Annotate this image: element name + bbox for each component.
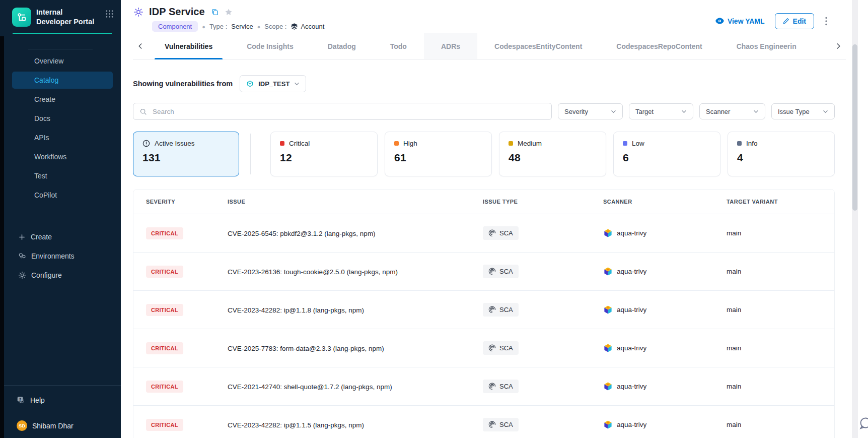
sidebar-item-apis[interactable]: APIs bbox=[12, 129, 113, 146]
cards-divider bbox=[250, 134, 251, 174]
tab-chaos-engineerin[interactable]: Chaos Engineerin bbox=[719, 33, 814, 59]
user-name: Shibam Dhar bbox=[32, 422, 74, 430]
issue-text: CVE-2023-26136: tough-cookie@2.5.0 (lang… bbox=[228, 268, 398, 276]
tab-adrs[interactable]: ADRs bbox=[424, 33, 477, 59]
module-grid-icon[interactable] bbox=[105, 10, 114, 20]
kebab-menu-icon[interactable] bbox=[824, 16, 828, 27]
issue-type-cell: SCA bbox=[483, 380, 603, 393]
page-scrollbar[interactable] bbox=[852, 0, 858, 438]
sidebar-divider bbox=[28, 49, 93, 49]
svg-text:?: ? bbox=[19, 397, 21, 402]
filter-severity[interactable]: Severity bbox=[558, 103, 623, 119]
stat-card-high[interactable]: High61 bbox=[385, 132, 492, 176]
sidebar-header: Internal Developer Portal bbox=[0, 0, 121, 27]
sidebar-item-catalog[interactable]: Catalog bbox=[12, 72, 113, 89]
scanner-name: aqua-trivy bbox=[617, 268, 646, 275]
eye-icon bbox=[715, 18, 724, 24]
tab-code-insights[interactable]: Code Insights bbox=[230, 33, 311, 59]
search-input[interactable] bbox=[152, 107, 545, 116]
table-row[interactable]: CRITICALCVE-2023-42282: ip@1.1.5 (lang-p… bbox=[133, 406, 834, 438]
user-menu[interactable]: SD Shibam Dhar bbox=[17, 420, 121, 431]
stat-card-medium[interactable]: Medium48 bbox=[499, 132, 606, 176]
stat-head: Active Issues bbox=[142, 140, 230, 147]
filter-scanner[interactable]: Scanner bbox=[699, 103, 765, 119]
vulnerabilities-table: SEVERITY ISSUE ISSUE TYPE SCANNER TARGET… bbox=[133, 189, 835, 438]
meta-separator: ● bbox=[202, 24, 205, 30]
issue-text: CVE-2021-42740: shell-quote@1.7.2 (lang-… bbox=[228, 383, 392, 391]
stat-cards-row: Active Issues 131 Critical12High61Medium… bbox=[133, 132, 835, 176]
tab-vulnerabilities[interactable]: Vulnerabilities bbox=[148, 33, 230, 59]
aqua-trivy-icon bbox=[603, 343, 613, 353]
stat-label: Low bbox=[632, 140, 644, 147]
issue-type-chip: SCA bbox=[483, 265, 519, 278]
copy-icon[interactable] bbox=[211, 9, 219, 16]
scope-label: Scope : bbox=[264, 23, 286, 30]
sidebar-divider bbox=[12, 219, 112, 219]
sidebar-action-create[interactable]: Create bbox=[0, 229, 121, 244]
stat-card-low[interactable]: Low6 bbox=[613, 132, 720, 176]
edit-button[interactable]: Edit bbox=[775, 13, 814, 29]
stat-label: Critical bbox=[289, 140, 310, 147]
tab-datadog[interactable]: Datadog bbox=[311, 33, 373, 59]
table-row[interactable]: CRITICALCVE-2023-26136: tough-cookie@2.5… bbox=[133, 253, 834, 291]
sidebar-item-overview[interactable]: Overview bbox=[12, 52, 113, 70]
severity-cell: CRITICAL bbox=[146, 419, 228, 431]
target-variant: main bbox=[727, 421, 834, 428]
severity-badge: CRITICAL bbox=[146, 342, 183, 354]
scanner-cell: aqua-trivy bbox=[603, 382, 727, 391]
sidebar-action-label: Create bbox=[31, 233, 52, 241]
table-row[interactable]: CRITICALCVE-2023-42282: ip@1.1.8 (lang-p… bbox=[133, 291, 834, 329]
star-icon[interactable] bbox=[225, 8, 233, 16]
stat-card-critical[interactable]: Critical12 bbox=[270, 132, 378, 176]
layers-icon bbox=[291, 23, 298, 30]
showing-label: Showing vulnerabilities from bbox=[133, 80, 233, 88]
issue-type-chip: SCA bbox=[483, 418, 519, 431]
portal-title: Internal Developer Portal bbox=[36, 8, 96, 27]
sidebar-action-configure[interactable]: Configure bbox=[0, 268, 121, 283]
severity-badge: CRITICAL bbox=[146, 304, 183, 316]
page-title: IDP Service bbox=[149, 6, 205, 18]
sidebar-action-environments[interactable]: Environments bbox=[0, 248, 121, 264]
issue-cell: CVE-2023-26136: tough-cookie@2.5.0 (lang… bbox=[228, 267, 483, 276]
cube-icon bbox=[246, 80, 254, 88]
col-header-scanner: SCANNER bbox=[603, 199, 727, 205]
collapsed-rail bbox=[0, 36, 4, 438]
medium-dot-icon bbox=[509, 141, 513, 146]
sca-swirl-icon bbox=[488, 344, 496, 352]
filter-issue-type[interactable]: Issue Type bbox=[771, 103, 835, 119]
sidebar-item-test[interactable]: Test bbox=[12, 167, 113, 184]
issue-cell: CVE-2023-42282: ip@1.1.5 (lang-pkgs, npm… bbox=[228, 420, 483, 429]
issue-type-chip: SCA bbox=[483, 341, 519, 355]
target-variant: main bbox=[727, 344, 834, 352]
sidebar-item-create[interactable]: Create bbox=[12, 91, 113, 108]
scanner-name: aqua-trivy bbox=[617, 229, 646, 237]
aqua-trivy-icon bbox=[603, 228, 613, 238]
source-select[interactable]: IDP_TEST bbox=[240, 75, 306, 92]
help-button[interactable]: ? Help bbox=[17, 396, 121, 404]
tab-codespacesrepocontent[interactable]: CodespacesRepoContent bbox=[599, 33, 719, 59]
chevron-down-icon bbox=[294, 82, 300, 86]
view-yaml-button[interactable]: View YAML bbox=[715, 17, 765, 25]
stat-card-info[interactable]: Info4 bbox=[728, 132, 835, 176]
sidebar-item-workflows[interactable]: Workflows bbox=[12, 148, 113, 165]
scrollbar-thumb[interactable] bbox=[852, 44, 857, 211]
table-row[interactable]: CRITICALCVE-2021-42740: shell-quote@1.7.… bbox=[133, 367, 834, 406]
filter-target[interactable]: Target bbox=[629, 103, 693, 119]
tab-codespacesentitycontent[interactable]: CodespacesEntityContent bbox=[477, 33, 599, 59]
sidebar: Internal Developer Portal OverviewCatalo… bbox=[0, 0, 121, 438]
sidebar-item-docs[interactable]: Docs bbox=[12, 110, 113, 127]
tab-todo[interactable]: Todo bbox=[373, 33, 424, 59]
stat-card-active-issues[interactable]: Active Issues 131 bbox=[133, 132, 239, 176]
severity-badge: CRITICAL bbox=[146, 266, 183, 278]
tabs-scroll-right-icon[interactable] bbox=[831, 33, 846, 59]
tabs-scroll-left-icon[interactable] bbox=[133, 33, 148, 59]
table-row[interactable]: CRITICALCVE-2025-7783: form-data@2.3.3 (… bbox=[133, 329, 834, 367]
sidebar-item-copilot[interactable]: CoPilot bbox=[12, 186, 113, 204]
header-actions: View YAML Edit bbox=[715, 10, 828, 32]
high-dot-icon bbox=[394, 141, 399, 146]
table-row[interactable]: CRITICALCVE-2025-6545: pbkdf2@3.1.2 (lan… bbox=[133, 214, 834, 253]
target-variant: main bbox=[727, 229, 834, 237]
sca-swirl-icon bbox=[488, 421, 496, 428]
chat-widget-icon[interactable] bbox=[857, 416, 868, 434]
search-icon bbox=[139, 108, 147, 115]
